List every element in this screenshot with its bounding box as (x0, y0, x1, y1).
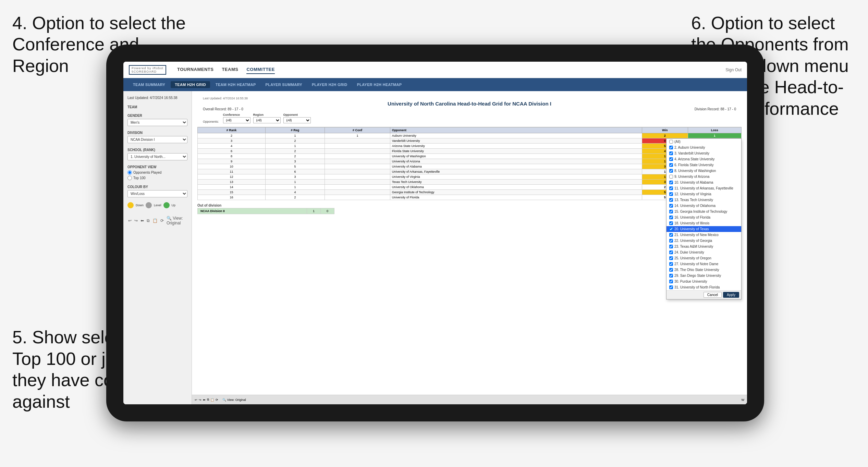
cell-reg: 6 (265, 169, 325, 174)
cell-conf (325, 195, 390, 200)
dropdown-item[interactable]: 28. The Ohio State University (667, 267, 741, 273)
dropdown-item[interactable]: 10. University of Alabama (667, 180, 741, 185)
toolbar-row: ↩ ↪ ⬅ ⧉ 📋 ⟳ 🔍 View: Original (127, 215, 187, 226)
dropdown-item[interactable]: 3. Vanderbilt University (667, 150, 741, 156)
dropdown-item[interactable]: 18. University of Illinois (667, 220, 741, 226)
opponent-dropdown[interactable]: (All)2. Auburn University3. Vanderbilt U… (666, 138, 742, 299)
toolbar-clock[interactable]: ⟳ (216, 398, 218, 402)
opponent-select[interactable]: (All) (283, 117, 311, 123)
dropdown-item[interactable]: 30. Purdue University (667, 279, 741, 284)
dropdown-item[interactable]: 23. Texas A&M University (667, 244, 741, 249)
dropdown-item[interactable]: 25. University of Oregon (667, 255, 741, 261)
dropdown-item[interactable]: 29. San Diego State University (667, 273, 741, 279)
legend-down-dot (127, 202, 134, 208)
nav-teams[interactable]: TEAMS (222, 65, 238, 74)
copy-btn[interactable]: ⧉ (146, 218, 150, 224)
radio-top100[interactable]: Top 100 (127, 176, 187, 180)
dropdown-item[interactable]: 11. University of Arkansas, Fayetteville (667, 185, 741, 191)
overall-record: Overall Record: 89 - 17 - 0 (203, 107, 243, 111)
gender-select[interactable]: Men's (127, 119, 187, 126)
table-row: 12 3 University of Virginia 1 0 (198, 174, 742, 180)
dropdown-item[interactable]: 12. University of Virginia (667, 191, 741, 197)
cell-rank: 12 (198, 174, 266, 180)
subnav-player-summary[interactable]: PLAYER SUMMARY (261, 81, 306, 88)
toolbar-undo[interactable]: ↩ (195, 398, 197, 402)
cell-conf (325, 138, 390, 144)
legend-down-label: Down (136, 204, 144, 207)
dropdown-item[interactable]: (All) (667, 139, 741, 145)
bottom-toolbar: ↩ ↪ ⬅ ⧉ 📋 ⟳ 🔍 View: Original W (192, 395, 747, 404)
cell-conf (325, 154, 390, 159)
dropdown-item[interactable]: 22. University of Georgia (667, 238, 741, 244)
toolbar-copy[interactable]: ⧉ (207, 398, 209, 402)
col-reg: # Reg (265, 127, 325, 133)
cell-opponent: University of Virginia (390, 174, 642, 180)
region-select[interactable]: (All) (253, 117, 281, 123)
tablet-screen: Powered by iRobot 5COREBOARD TOURNAMENTS… (123, 62, 747, 404)
table-row: 16 2 University of Florida 5 1 (198, 195, 742, 200)
paste-btn[interactable]: 📋 (152, 218, 158, 224)
table-row: 3 2 Vanderbilt University 0 4 (198, 138, 742, 144)
nav-tournaments[interactable]: TOURNAMENTS (177, 65, 213, 74)
region-filter: Region (All) (253, 113, 281, 123)
school-select[interactable]: 1. University of North... (127, 153, 187, 160)
subnav-team-summary[interactable]: TEAM SUMMARY (129, 81, 169, 88)
division-select[interactable]: NCAA Division I (127, 136, 187, 143)
dropdown-item[interactable]: 16. University of Florida (667, 214, 741, 220)
table-row: 14 1 University of Oklahoma 2 2 (198, 185, 742, 190)
dropdown-item[interactable]: 15. Georgia Institute of Technology (667, 209, 741, 214)
cell-opponent: Georgia Institute of Technology (390, 190, 642, 195)
cell-rank: 9 (198, 159, 266, 164)
toolbar-back[interactable]: ⬅ (203, 398, 206, 402)
out-of-division-table: NCAA Division II 1 0 (197, 208, 334, 214)
radio-opponents-played[interactable]: Opponents Played (127, 170, 187, 175)
dropdown-item[interactable]: 24. Duke University (667, 249, 741, 255)
cell-opponent: University of Washington (390, 154, 642, 159)
nav-signout[interactable]: Sign Out (725, 67, 742, 72)
refresh-btn[interactable]: ⟳ (160, 218, 164, 224)
undo-btn[interactable]: ↩ (127, 218, 132, 224)
dropdown-item[interactable]: 4. Arizona State University (667, 156, 741, 162)
subnav-team-h2h-grid[interactable]: TEAM H2H GRID (171, 81, 210, 88)
dropdown-item[interactable]: 9. University of Arizona (667, 174, 741, 180)
colour-select[interactable]: Win/Loss (127, 190, 187, 197)
cell-rank: 16 (198, 195, 266, 200)
dropdown-item[interactable]: 8. University of Washington (667, 168, 741, 174)
dropdown-item[interactable]: 21. University of New Mexico (667, 232, 741, 238)
dropdown-item[interactable]: 20. University of Texas (667, 226, 741, 232)
division-section: Division NCAA Division I (127, 131, 187, 143)
gender-section: Gender Men's (127, 114, 187, 126)
toolbar-paste[interactable]: 📋 (210, 398, 214, 402)
cell-opponent: University of Oklahoma (390, 185, 642, 190)
dropdown-item[interactable]: 14. University of Oklahoma (667, 203, 741, 209)
app-logo: Powered by iRobot 5COREBOARD (129, 65, 166, 75)
division2-name: NCAA Division II (198, 208, 307, 214)
apply-button[interactable]: Apply (723, 292, 739, 298)
view-label: 🔍 View: Original (166, 215, 187, 226)
dropdown-item[interactable]: 31. University of North Florida (667, 284, 741, 290)
opponent-view-section: Opponent View Opponents Played Top 100 (127, 165, 187, 180)
cell-conf (325, 159, 390, 164)
toolbar-redo[interactable]: ↪ (199, 398, 201, 402)
redo-btn[interactable]: ↪ (134, 218, 138, 224)
cell-loss: 1 (688, 133, 741, 138)
cell-reg: 2 (265, 195, 325, 200)
back-btn[interactable]: ⬅ (140, 218, 145, 224)
school-section: School (Rank) 1. University of North... (127, 148, 187, 160)
report-title: University of North Carolina Head-to-Hea… (203, 101, 736, 107)
opponents-label: Opponents: (203, 120, 219, 123)
cell-conf (325, 164, 390, 169)
nav-committee[interactable]: COMMITTEE (246, 65, 275, 74)
cancel-button[interactable]: Cancel (704, 292, 722, 298)
dropdown-item[interactable]: 13. Texas Tech University (667, 197, 741, 203)
conference-select[interactable]: (All) (223, 117, 250, 123)
subnav-player-h2h-grid[interactable]: PLAYER H2H GRID (308, 81, 352, 88)
dropdown-item[interactable]: 2. Auburn University (667, 145, 741, 150)
dropdown-item[interactable]: 6. Florida State University (667, 162, 741, 168)
content-wrapper: Last Updated: 4/7/2024 16:55:38 Universi… (192, 91, 747, 395)
subnav-team-h2h-heatmap[interactable]: TEAM H2H HEATMAP (211, 81, 260, 88)
cell-reg: 1 (265, 185, 325, 190)
subnav-player-h2h-heatmap[interactable]: PLAYER H2H HEATMAP (353, 81, 406, 88)
dropdown-item[interactable]: 27. University of Notre Dame (667, 261, 741, 267)
school-label: School (Rank) (127, 148, 187, 152)
